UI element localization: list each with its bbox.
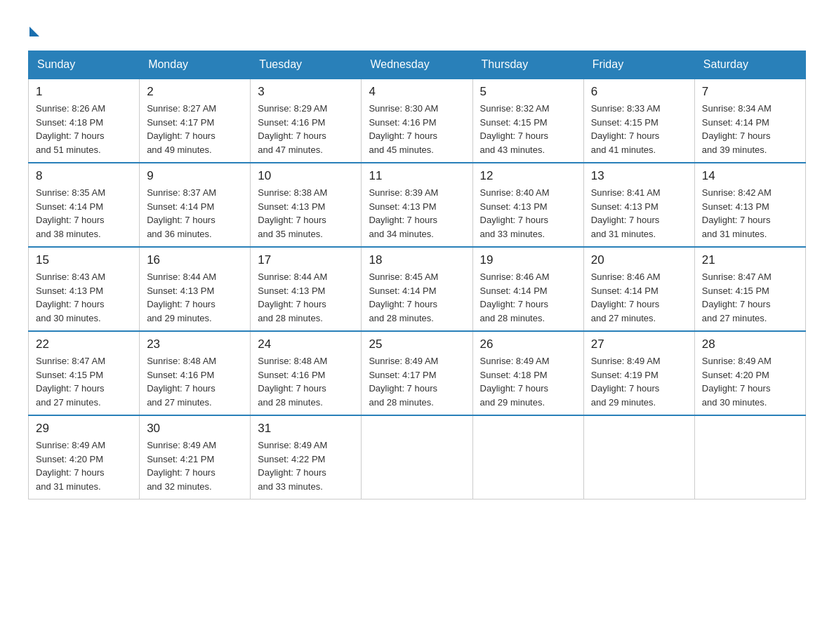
day-info: Sunrise: 8:38 AM Sunset: 4:13 PM Dayligh… (258, 186, 354, 241)
day-info: Sunrise: 8:47 AM Sunset: 4:15 PM Dayligh… (36, 354, 132, 409)
page-header (28, 21, 806, 36)
calendar-table: SundayMondayTuesdayWednesdayThursdayFrid… (28, 51, 806, 499)
day-info: Sunrise: 8:26 AM Sunset: 4:18 PM Dayligh… (36, 102, 132, 156)
calendar-cell: 21 Sunrise: 8:47 AM Sunset: 4:15 PM Dayl… (694, 247, 805, 331)
day-info: Sunrise: 8:37 AM Sunset: 4:14 PM Dayligh… (147, 186, 243, 241)
calendar-cell: 24 Sunrise: 8:48 AM Sunset: 4:16 PM Dayl… (251, 331, 362, 415)
calendar-cell: 23 Sunrise: 8:48 AM Sunset: 4:16 PM Dayl… (140, 331, 251, 415)
calendar-cell: 5 Sunrise: 8:32 AM Sunset: 4:15 PM Dayli… (472, 79, 583, 163)
calendar-cell: 14 Sunrise: 8:42 AM Sunset: 4:13 PM Dayl… (694, 163, 805, 247)
calendar-cell: 26 Sunrise: 8:49 AM Sunset: 4:18 PM Dayl… (472, 331, 583, 415)
calendar-cell: 12 Sunrise: 8:40 AM Sunset: 4:13 PM Dayl… (472, 163, 583, 247)
day-number: 1 (36, 85, 132, 99)
day-number: 3 (258, 85, 354, 99)
day-number: 24 (258, 337, 354, 351)
calendar-cell: 16 Sunrise: 8:44 AM Sunset: 4:13 PM Dayl… (140, 247, 251, 331)
calendar-cell: 2 Sunrise: 8:27 AM Sunset: 4:17 PM Dayli… (140, 79, 251, 163)
calendar-week-row: 1 Sunrise: 8:26 AM Sunset: 4:18 PM Dayli… (29, 79, 806, 163)
column-header-sunday: Sunday (29, 51, 140, 79)
calendar-week-row: 29 Sunrise: 8:49 AM Sunset: 4:20 PM Dayl… (29, 415, 806, 499)
day-number: 15 (36, 253, 132, 267)
column-header-saturday: Saturday (694, 51, 805, 79)
calendar-cell: 31 Sunrise: 8:49 AM Sunset: 4:22 PM Dayl… (251, 415, 362, 499)
day-info: Sunrise: 8:48 AM Sunset: 4:16 PM Dayligh… (258, 354, 354, 409)
day-info: Sunrise: 8:41 AM Sunset: 4:13 PM Dayligh… (591, 186, 687, 241)
calendar-cell: 4 Sunrise: 8:30 AM Sunset: 4:16 PM Dayli… (362, 79, 472, 163)
day-number: 19 (480, 253, 576, 267)
day-number: 12 (480, 169, 576, 183)
calendar-cell: 20 Sunrise: 8:46 AM Sunset: 4:14 PM Dayl… (583, 247, 694, 331)
day-info: Sunrise: 8:49 AM Sunset: 4:18 PM Dayligh… (480, 354, 576, 409)
day-info: Sunrise: 8:27 AM Sunset: 4:17 PM Dayligh… (147, 102, 243, 156)
day-info: Sunrise: 8:32 AM Sunset: 4:15 PM Dayligh… (480, 102, 576, 156)
column-header-wednesday: Wednesday (362, 51, 472, 79)
calendar-cell: 25 Sunrise: 8:49 AM Sunset: 4:17 PM Dayl… (362, 331, 472, 415)
calendar-cell: 7 Sunrise: 8:34 AM Sunset: 4:14 PM Dayli… (694, 79, 805, 163)
day-number: 23 (147, 337, 243, 351)
calendar-cell: 17 Sunrise: 8:44 AM Sunset: 4:13 PM Dayl… (251, 247, 362, 331)
day-number: 18 (369, 253, 465, 267)
column-header-thursday: Thursday (472, 51, 583, 79)
calendar-cell: 22 Sunrise: 8:47 AM Sunset: 4:15 PM Dayl… (29, 331, 140, 415)
day-info: Sunrise: 8:29 AM Sunset: 4:16 PM Dayligh… (258, 102, 354, 156)
day-number: 10 (258, 169, 354, 183)
day-info: Sunrise: 8:33 AM Sunset: 4:15 PM Dayligh… (591, 102, 687, 156)
day-info: Sunrise: 8:46 AM Sunset: 4:14 PM Dayligh… (591, 270, 687, 325)
calendar-week-row: 8 Sunrise: 8:35 AM Sunset: 4:14 PM Dayli… (29, 163, 806, 247)
day-info: Sunrise: 8:48 AM Sunset: 4:16 PM Dayligh… (147, 354, 243, 409)
day-number: 8 (36, 169, 132, 183)
calendar-cell: 3 Sunrise: 8:29 AM Sunset: 4:16 PM Dayli… (251, 79, 362, 163)
calendar-cell: 18 Sunrise: 8:45 AM Sunset: 4:14 PM Dayl… (362, 247, 472, 331)
day-number: 28 (702, 337, 798, 351)
calendar-cell (583, 415, 694, 499)
day-info: Sunrise: 8:43 AM Sunset: 4:13 PM Dayligh… (36, 270, 132, 325)
day-info: Sunrise: 8:49 AM Sunset: 4:17 PM Dayligh… (369, 354, 465, 409)
day-info: Sunrise: 8:49 AM Sunset: 4:21 PM Dayligh… (147, 438, 243, 493)
day-number: 14 (702, 169, 798, 183)
day-info: Sunrise: 8:30 AM Sunset: 4:16 PM Dayligh… (369, 102, 465, 156)
day-number: 27 (591, 337, 687, 351)
day-number: 22 (36, 337, 132, 351)
day-number: 6 (591, 85, 687, 99)
day-info: Sunrise: 8:47 AM Sunset: 4:15 PM Dayligh… (702, 270, 798, 325)
column-header-friday: Friday (583, 51, 694, 79)
day-info: Sunrise: 8:44 AM Sunset: 4:13 PM Dayligh… (258, 270, 354, 325)
day-number: 20 (591, 253, 687, 267)
day-number: 5 (480, 85, 576, 99)
logo (28, 21, 39, 36)
column-header-tuesday: Tuesday (251, 51, 362, 79)
calendar-cell: 29 Sunrise: 8:49 AM Sunset: 4:20 PM Dayl… (29, 415, 140, 499)
day-number: 2 (147, 85, 243, 99)
calendar-cell: 1 Sunrise: 8:26 AM Sunset: 4:18 PM Dayli… (29, 79, 140, 163)
calendar-week-row: 22 Sunrise: 8:47 AM Sunset: 4:15 PM Dayl… (29, 331, 806, 415)
day-info: Sunrise: 8:46 AM Sunset: 4:14 PM Dayligh… (480, 270, 576, 325)
day-number: 31 (258, 422, 354, 436)
day-number: 13 (591, 169, 687, 183)
day-info: Sunrise: 8:49 AM Sunset: 4:20 PM Dayligh… (36, 438, 132, 493)
calendar-cell: 11 Sunrise: 8:39 AM Sunset: 4:13 PM Dayl… (362, 163, 472, 247)
calendar-header-row: SundayMondayTuesdayWednesdayThursdayFrid… (29, 51, 806, 79)
calendar-cell: 28 Sunrise: 8:49 AM Sunset: 4:20 PM Dayl… (694, 331, 805, 415)
logo-arrow-icon (29, 27, 39, 36)
day-info: Sunrise: 8:45 AM Sunset: 4:14 PM Dayligh… (369, 270, 465, 325)
day-number: 26 (480, 337, 576, 351)
day-number: 25 (369, 337, 465, 351)
calendar-cell: 19 Sunrise: 8:46 AM Sunset: 4:14 PM Dayl… (472, 247, 583, 331)
day-info: Sunrise: 8:49 AM Sunset: 4:22 PM Dayligh… (258, 438, 354, 493)
calendar-cell (362, 415, 472, 499)
day-number: 30 (147, 422, 243, 436)
day-info: Sunrise: 8:40 AM Sunset: 4:13 PM Dayligh… (480, 186, 576, 241)
day-info: Sunrise: 8:49 AM Sunset: 4:19 PM Dayligh… (591, 354, 687, 409)
day-number: 17 (258, 253, 354, 267)
calendar-cell: 13 Sunrise: 8:41 AM Sunset: 4:13 PM Dayl… (583, 163, 694, 247)
day-number: 11 (369, 169, 465, 183)
day-number: 16 (147, 253, 243, 267)
calendar-cell: 27 Sunrise: 8:49 AM Sunset: 4:19 PM Dayl… (583, 331, 694, 415)
day-info: Sunrise: 8:35 AM Sunset: 4:14 PM Dayligh… (36, 186, 132, 241)
calendar-cell (694, 415, 805, 499)
day-number: 9 (147, 169, 243, 183)
column-header-monday: Monday (140, 51, 251, 79)
calendar-cell: 30 Sunrise: 8:49 AM Sunset: 4:21 PM Dayl… (140, 415, 251, 499)
day-number: 21 (702, 253, 798, 267)
calendar-cell: 8 Sunrise: 8:35 AM Sunset: 4:14 PM Dayli… (29, 163, 140, 247)
